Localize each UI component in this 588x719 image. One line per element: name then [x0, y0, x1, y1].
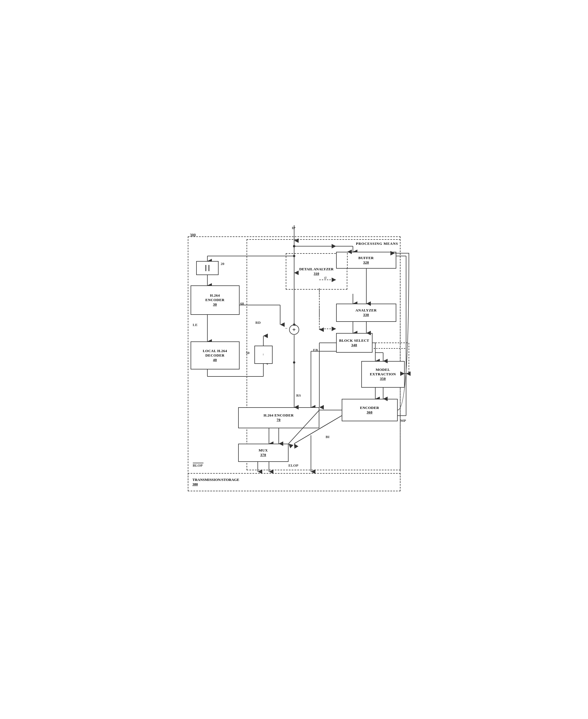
minus-sign: −	[285, 326, 288, 331]
mux-label: MUX	[258, 448, 268, 453]
analyzer-label: ANALYZER	[355, 308, 377, 313]
analyzer-330: ANALYZER 330	[336, 304, 396, 322]
model-extraction-label: MODELEXTRACTION	[370, 367, 396, 376]
model-extraction-num: 350	[380, 376, 386, 381]
buffer-320: BUFFER 320	[336, 252, 396, 268]
analyzer-num: 330	[363, 313, 369, 317]
transmission-box: TRANSMISSION/STORAGE 380	[188, 473, 400, 491]
local-decoder-40-label: LOCAL H.264DECODER	[203, 349, 227, 358]
encoder-360-label: ENCODER	[360, 405, 379, 410]
diagram-container: 300 PROCESSING MEANS IP 20 H.264EN	[185, 225, 403, 494]
mux-num: 370	[260, 453, 266, 457]
local-decoder-40: LOCAL H.264DECODER 40	[191, 341, 239, 370]
h264-encoder-30-num: 30	[213, 302, 217, 307]
alpha-label: α	[324, 275, 327, 280]
eb-label: EB	[313, 348, 318, 352]
h264-encoder-30: H.264ENCODER 30	[191, 285, 239, 315]
rd-label: RD	[255, 320, 261, 325]
mp-label: MP	[400, 418, 406, 423]
summation-circle: +	[289, 325, 299, 335]
block-50: ↑	[254, 346, 273, 364]
diagram-page: 300 PROCESSING MEANS IP 20 H.264EN	[180, 220, 409, 500]
transmission-num: 380	[192, 482, 198, 486]
h264-encoder-70-num: 70	[277, 418, 281, 422]
ref60-label: 60	[240, 301, 244, 306]
h264-encoder-70: H.264 ENCODER 70	[238, 407, 319, 428]
block-select-340: BLOCK SELECT 340	[336, 333, 373, 353]
blop-label: BLOP	[193, 463, 203, 468]
block20-label: 20	[221, 262, 225, 266]
block-select-num: 340	[351, 343, 357, 347]
ip-label: IP	[292, 226, 296, 230]
model-extraction-350: MODELEXTRACTION 350	[361, 361, 405, 388]
encoder-360-num: 360	[366, 410, 373, 415]
buffer-num: 320	[363, 260, 369, 265]
h264-encoder-30-label: H.264ENCODER	[205, 293, 225, 302]
block-select-label: BLOCK SELECT	[339, 338, 370, 343]
frame-ref-block	[196, 261, 218, 275]
rs-label: RS	[296, 393, 301, 398]
plus-sign: +	[295, 323, 297, 327]
bi-label: BI	[326, 435, 330, 439]
blop-overline	[193, 463, 204, 463]
detail-analyzer-label: DETAIL ANALYZER	[299, 267, 333, 272]
transmission-label: TRANSMISSION/STORAGE	[192, 478, 239, 482]
elop-label: ELOP	[289, 463, 298, 468]
detail-analyzer-num: 310	[314, 272, 319, 276]
local-decoder-40-num: 40	[213, 358, 217, 362]
buffer-label: BUFFER	[358, 256, 374, 260]
le-label: LE	[193, 323, 197, 327]
encoder-360: ENCODER 360	[342, 399, 398, 421]
mux-370: MUX 370	[238, 444, 289, 462]
block50-num: 50	[246, 351, 250, 355]
h264-encoder-70-label: H.264 ENCODER	[264, 413, 294, 418]
